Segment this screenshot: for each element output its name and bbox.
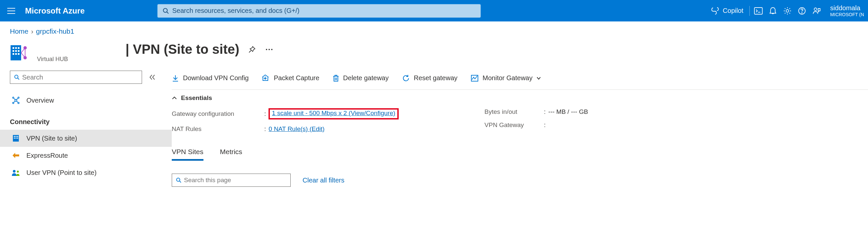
content-tabs: VPN Sites Metrics (172, 148, 868, 161)
copilot-button[interactable]: Copilot (706, 7, 748, 15)
sidebar: Virtual HUB Overview Connectivity (0, 39, 172, 187)
nat-rules-link[interactable]: 0 NAT Rule(s) (Edit) (269, 125, 324, 133)
svg-line-33 (14, 98, 15, 100)
svg-line-4 (167, 12, 168, 13)
svg-point-46 (17, 171, 19, 173)
download-vpn-config-button[interactable]: Download VPN Config (172, 74, 249, 82)
help-button[interactable] (795, 4, 809, 18)
global-search-input[interactable] (172, 7, 475, 14)
search-icon (176, 177, 181, 183)
svg-point-10 (814, 8, 817, 10)
svg-rect-5 (754, 8, 762, 14)
svg-rect-43 (17, 138, 18, 139)
copilot-label: Copilot (723, 7, 743, 14)
svg-line-47 (249, 51, 251, 53)
more-actions-button[interactable] (265, 48, 273, 51)
svg-line-25 (21, 53, 25, 58)
cloud-shell-button[interactable] (751, 4, 766, 18)
virtual-hub-icon (10, 43, 29, 62)
sidebar-item-label: ExpressRoute (26, 152, 68, 159)
svg-point-3 (163, 8, 167, 12)
packet-capture-button[interactable]: Packet Capture (262, 74, 319, 82)
essentials-grid: Gateway configuration : 1 scale unit - 5… (172, 108, 868, 133)
clear-filters-button[interactable]: Clear all filters (303, 176, 344, 184)
svg-point-9 (802, 12, 802, 13)
global-search[interactable] (157, 4, 481, 18)
svg-rect-16 (15, 50, 17, 52)
sidebar-search[interactable] (10, 71, 142, 84)
svg-line-35 (14, 101, 15, 102)
gateway-config-link[interactable]: 1 scale unit - 500 Mbps x 2 (View/Config… (272, 109, 395, 117)
svg-rect-17 (18, 50, 20, 52)
page-search[interactable] (172, 173, 291, 187)
svg-rect-38 (14, 136, 15, 137)
resource-type-label: Virtual HUB (37, 56, 68, 63)
chevron-down-icon (536, 76, 541, 80)
settings-button[interactable] (780, 4, 795, 18)
azure-topbar: Microsoft Azure Copilot siddomala MICROS… (0, 0, 868, 22)
building-icon (11, 134, 21, 142)
svg-rect-13 (15, 47, 17, 49)
delete-gateway-button[interactable]: Delete gateway (333, 74, 389, 82)
topbar-divider (749, 6, 750, 16)
svg-rect-40 (17, 136, 18, 137)
svg-point-32 (18, 102, 19, 104)
sidebar-item-label: Overview (26, 97, 54, 104)
svg-marker-44 (12, 153, 19, 158)
brand-label[interactable]: Microsoft Azure (25, 6, 85, 15)
svg-rect-12 (12, 47, 14, 49)
expressroute-icon (11, 152, 21, 159)
breadcrumb-current[interactable]: grpcfix-hub1 (36, 27, 74, 35)
account-block[interactable]: siddomala MICROSOFT (N (830, 4, 864, 17)
page-title: | VPN (Site to site) (125, 42, 240, 57)
page-search-input[interactable] (184, 176, 286, 184)
svg-rect-42 (16, 138, 17, 139)
sidebar-item-overview[interactable]: Overview (0, 92, 172, 109)
overview-icon (11, 96, 21, 104)
svg-point-31 (12, 102, 14, 104)
sidebar-item-expressroute[interactable]: ExpressRoute (0, 147, 172, 164)
svg-line-36 (17, 101, 18, 102)
svg-rect-18 (12, 53, 14, 55)
content-pane: | VPN (Site to site) Download VPN Config… (172, 39, 868, 187)
kv-val-bytes: --- MB / --- GB (548, 108, 588, 116)
svg-line-27 (18, 78, 20, 80)
breadcrumb: Home › grpcfix-hub1 (0, 22, 868, 39)
account-tenant: MICROSOFT (N (830, 12, 864, 17)
svg-point-30 (18, 97, 19, 98)
sidebar-item-user-vpn[interactable]: User VPN (Point to site) (0, 164, 172, 181)
sidebar-search-input[interactable] (22, 74, 138, 81)
svg-rect-41 (14, 138, 15, 139)
hamburger-menu[interactable] (4, 4, 19, 18)
breadcrumb-home[interactable]: Home (10, 27, 28, 35)
svg-rect-15 (12, 50, 14, 52)
user-vpn-icon (11, 169, 21, 176)
sidebar-collapse-button[interactable] (149, 74, 156, 80)
gateway-config-highlight: 1 scale unit - 500 Mbps x 2 (View/Config… (269, 108, 399, 120)
essentials-toggle[interactable]: Essentials (172, 94, 868, 102)
tab-vpn-sites[interactable]: VPN Sites (172, 148, 204, 161)
svg-line-24 (21, 48, 25, 53)
toolbar-label: Packet Capture (274, 74, 319, 82)
essentials-label: Essentials (181, 94, 212, 102)
svg-line-58 (180, 181, 181, 183)
svg-rect-14 (18, 47, 20, 49)
tab-metrics[interactable]: Metrics (220, 148, 242, 161)
svg-rect-19 (15, 53, 17, 55)
svg-point-7 (786, 9, 789, 12)
reset-gateway-button[interactable]: Reset gateway (402, 74, 458, 82)
sidebar-item-vpn-site-to-site[interactable]: VPN (Site to site) (0, 130, 172, 147)
svg-rect-20 (18, 53, 20, 55)
toolbar-label: Delete gateway (343, 74, 389, 82)
svg-point-26 (15, 75, 18, 78)
sidebar-item-label: User VPN (Point to site) (26, 169, 96, 176)
feedback-button[interactable] (809, 4, 824, 18)
kv-key-gateway-config: Gateway configuration (172, 110, 264, 118)
toolbar-label: Monitor Gateway (483, 74, 532, 82)
pin-button[interactable] (248, 45, 256, 54)
svg-point-29 (12, 97, 14, 98)
breadcrumb-sep: › (31, 27, 33, 35)
notifications-button[interactable] (766, 4, 780, 18)
sidebar-group-connectivity: Connectivity (10, 118, 162, 126)
monitor-gateway-button[interactable]: Monitor Gateway (471, 74, 541, 82)
